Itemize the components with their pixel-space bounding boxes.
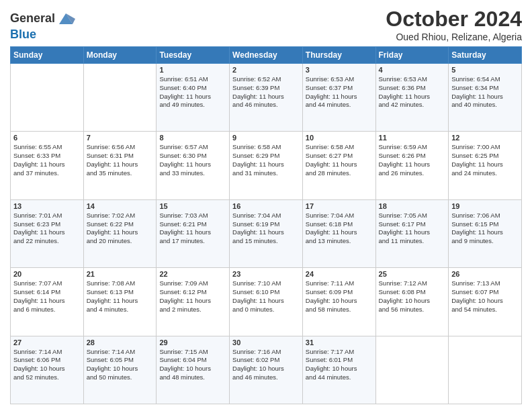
cell-content: Sunrise: 7:10 AM Sunset: 6:10 PM Dayligh… [232,279,300,314]
cell-content: Sunrise: 7:17 AM Sunset: 6:01 PM Dayligh… [306,348,373,382]
cell-content: Sunrise: 6:53 AM Sunset: 6:36 PM Dayligh… [379,75,446,109]
calendar-cell: 3Sunrise: 6:53 AM Sunset: 6:37 PM Daylig… [302,64,375,132]
day-number: 10 [306,134,373,142]
day-number: 16 [232,202,300,210]
day-number: 14 [87,202,154,210]
day-number: 2 [232,66,300,74]
week-row-3: 20Sunrise: 7:07 AM Sunset: 6:14 PM Dayli… [11,268,522,336]
calendar-cell: 8Sunrise: 6:57 AM Sunset: 6:30 PM Daylig… [157,132,230,199]
calendar-cell: 17Sunrise: 7:04 AM Sunset: 6:18 PM Dayli… [302,199,375,267]
logo-text-general: General [10,12,55,26]
cell-content: Sunrise: 7:12 AM Sunset: 6:08 PM Dayligh… [379,279,446,314]
calendar-cell [449,336,522,404]
day-number: 28 [87,338,154,347]
title-block: October 2024 Oued Rhiou, Relizane, Alger… [386,7,522,42]
calendar-cell: 30Sunrise: 7:16 AM Sunset: 6:02 PM Dayli… [230,336,303,404]
cell-content: Sunrise: 7:15 AM Sunset: 6:04 PM Dayligh… [159,348,226,382]
calendar-cell: 13Sunrise: 7:01 AM Sunset: 6:23 PM Dayli… [11,199,84,267]
weekday-header-saturday: Saturday [449,47,522,64]
day-number: 1 [159,66,226,74]
day-number: 7 [87,134,154,142]
calendar-cell: 28Sunrise: 7:14 AM Sunset: 6:05 PM Dayli… [83,336,157,404]
calendar-cell: 4Sunrise: 6:53 AM Sunset: 6:36 PM Daylig… [375,64,449,132]
subtitle: Oued Rhiou, Relizane, Algeria [386,32,522,42]
weekday-header-wednesday: Wednesday [230,47,303,64]
weekday-header-sunday: Sunday [11,47,84,64]
cell-content: Sunrise: 7:11 AM Sunset: 6:09 PM Dayligh… [306,279,373,314]
calendar-cell: 16Sunrise: 7:04 AM Sunset: 6:19 PM Dayli… [230,199,303,267]
day-number: 26 [451,270,519,278]
day-number: 30 [232,338,300,347]
cell-content: Sunrise: 6:54 AM Sunset: 6:34 PM Dayligh… [451,75,519,109]
cell-content: Sunrise: 7:07 AM Sunset: 6:14 PM Dayligh… [13,279,81,314]
day-number: 24 [306,270,373,278]
cell-content: Sunrise: 7:04 AM Sunset: 6:18 PM Dayligh… [306,212,373,246]
calendar-cell: 22Sunrise: 7:09 AM Sunset: 6:12 PM Dayli… [157,268,230,336]
day-number: 17 [306,202,373,210]
calendar-cell: 18Sunrise: 7:05 AM Sunset: 6:17 PM Dayli… [375,199,449,267]
calendar-cell: 5Sunrise: 6:54 AM Sunset: 6:34 PM Daylig… [449,64,522,132]
calendar-cell [375,336,449,404]
day-number: 27 [13,338,81,347]
main-title: October 2024 [386,7,522,32]
calendar-cell: 7Sunrise: 6:56 AM Sunset: 6:31 PM Daylig… [83,132,157,199]
day-number: 3 [306,66,373,74]
cell-content: Sunrise: 6:53 AM Sunset: 6:37 PM Dayligh… [306,75,373,109]
cell-content: Sunrise: 6:55 AM Sunset: 6:33 PM Dayligh… [13,143,81,177]
cell-content: Sunrise: 7:14 AM Sunset: 6:06 PM Dayligh… [13,348,81,382]
cell-content: Sunrise: 7:05 AM Sunset: 6:17 PM Dayligh… [379,212,446,246]
cell-content: Sunrise: 6:56 AM Sunset: 6:31 PM Dayligh… [87,143,154,177]
cell-content: Sunrise: 7:14 AM Sunset: 6:05 PM Dayligh… [87,348,154,382]
header: General Blue October 2024 Oued Rhiou, Re… [10,7,522,42]
weekday-header-monday: Monday [83,47,157,64]
day-number: 19 [451,202,519,210]
cell-content: Sunrise: 7:00 AM Sunset: 6:25 PM Dayligh… [451,143,519,177]
weekday-header-thursday: Thursday [302,47,375,64]
week-row-4: 27Sunrise: 7:14 AM Sunset: 6:06 PM Dayli… [11,336,522,404]
day-number: 11 [379,134,446,142]
cell-content: Sunrise: 7:06 AM Sunset: 6:15 PM Dayligh… [451,212,519,246]
cell-content: Sunrise: 6:51 AM Sunset: 6:40 PM Dayligh… [159,75,226,109]
page: General Blue October 2024 Oued Rhiou, Re… [0,0,532,411]
weekday-header-row: SundayMondayTuesdayWednesdayThursdayFrid… [11,47,522,64]
calendar-cell [83,64,157,132]
day-number: 8 [159,134,226,142]
weekday-header-friday: Friday [375,47,449,64]
cell-content: Sunrise: 7:16 AM Sunset: 6:02 PM Dayligh… [232,348,300,382]
day-number: 20 [13,270,81,278]
calendar-cell: 11Sunrise: 6:59 AM Sunset: 6:26 PM Dayli… [375,132,449,199]
day-number: 12 [451,134,519,142]
calendar-cell: 21Sunrise: 7:08 AM Sunset: 6:13 PM Dayli… [83,268,157,336]
cell-content: Sunrise: 6:58 AM Sunset: 6:27 PM Dayligh… [306,143,373,177]
cell-content: Sunrise: 6:52 AM Sunset: 6:39 PM Dayligh… [232,75,300,109]
calendar-cell: 26Sunrise: 7:13 AM Sunset: 6:07 PM Dayli… [449,268,522,336]
day-number: 5 [451,66,519,74]
cell-content: Sunrise: 6:58 AM Sunset: 6:29 PM Dayligh… [232,143,300,177]
calendar-cell: 14Sunrise: 7:02 AM Sunset: 6:22 PM Dayli… [83,199,157,267]
day-number: 9 [232,134,300,142]
day-number: 23 [232,270,300,278]
day-number: 4 [379,66,446,74]
logo-icon [56,9,75,28]
cell-content: Sunrise: 7:04 AM Sunset: 6:19 PM Dayligh… [232,212,300,246]
calendar-cell: 10Sunrise: 6:58 AM Sunset: 6:27 PM Dayli… [302,132,375,199]
calendar-cell: 29Sunrise: 7:15 AM Sunset: 6:04 PM Dayli… [157,336,230,404]
calendar-cell: 23Sunrise: 7:10 AM Sunset: 6:10 PM Dayli… [230,268,303,336]
cell-content: Sunrise: 7:08 AM Sunset: 6:13 PM Dayligh… [87,279,154,314]
calendar-cell: 27Sunrise: 7:14 AM Sunset: 6:06 PM Dayli… [11,336,84,404]
day-number: 29 [159,338,226,347]
calendar-cell: 24Sunrise: 7:11 AM Sunset: 6:09 PM Dayli… [302,268,375,336]
cell-content: Sunrise: 6:57 AM Sunset: 6:30 PM Dayligh… [159,143,226,177]
day-number: 15 [159,202,226,210]
calendar-cell: 15Sunrise: 7:03 AM Sunset: 6:21 PM Dayli… [157,199,230,267]
week-row-2: 13Sunrise: 7:01 AM Sunset: 6:23 PM Dayli… [11,199,522,267]
day-number: 31 [306,338,373,347]
day-number: 22 [159,270,226,278]
cell-content: Sunrise: 6:59 AM Sunset: 6:26 PM Dayligh… [379,143,446,177]
calendar-cell: 1Sunrise: 6:51 AM Sunset: 6:40 PM Daylig… [157,64,230,132]
calendar-cell: 6Sunrise: 6:55 AM Sunset: 6:33 PM Daylig… [11,132,84,199]
day-number: 25 [379,270,446,278]
week-row-0: 1Sunrise: 6:51 AM Sunset: 6:40 PM Daylig… [11,64,522,132]
day-number: 21 [87,270,154,278]
cell-content: Sunrise: 7:01 AM Sunset: 6:23 PM Dayligh… [13,212,81,246]
